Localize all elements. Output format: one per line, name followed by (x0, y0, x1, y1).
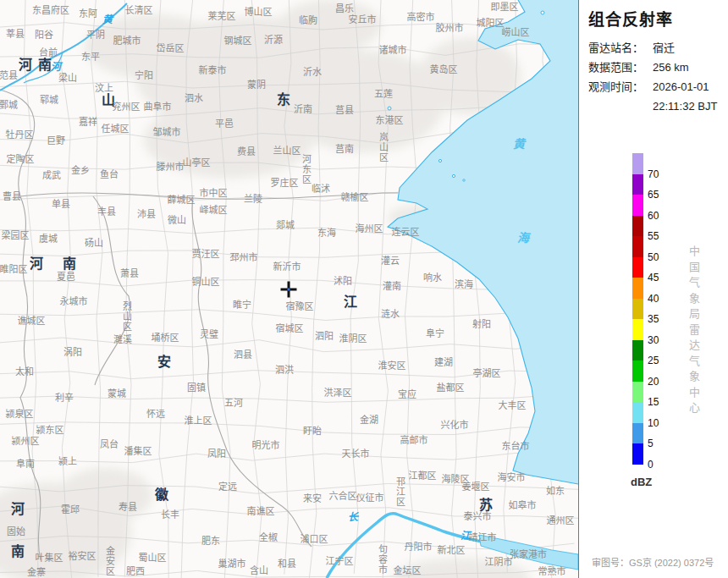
station-name-row: 雷达站名： 宿迁 (588, 38, 728, 58)
colorbar-segment (632, 382, 643, 403)
station-name-label: 雷达站名： (588, 38, 653, 58)
colorbar-value: 65 (648, 190, 659, 200)
colorbar-segment (632, 299, 643, 320)
colorbar-value: 55 (648, 231, 659, 241)
colorbar-value: 50 (648, 252, 659, 262)
reflectivity-colorbar (632, 153, 643, 465)
colorbar-segment (632, 423, 643, 444)
colorbar-value: 30 (648, 335, 659, 345)
colorbar-value: 25 (648, 355, 659, 366)
radar-map-canvas[interactable]: 山东河南河南河南安徽江苏黄河长江黄海烈山区金安区河东区岚山区句容市邗江区东昌府区… (0, 0, 578, 578)
data-range-label: 数据范围： (588, 58, 653, 77)
colorbar-value: 5 (648, 438, 654, 449)
colorbar-segment (632, 340, 643, 361)
colorbar-segment (632, 361, 643, 382)
colorbar-segment (632, 257, 643, 278)
info-panel: 组合反射率 雷达站名： 宿迁 数据范围： 256 km 观测时间： 2026-0… (578, 0, 728, 578)
data-range-row: 数据范围： 256 km (588, 58, 728, 77)
colorbar-value: 0 (648, 460, 654, 470)
colorbar-value: 40 (648, 294, 659, 304)
colorbar-segment (632, 153, 643, 174)
terrain-shading (0, 0, 529, 578)
colorbar-unit: dBZ (631, 476, 652, 488)
radar-info-block: 雷达站名： 宿迁 数据范围： 256 km 观测时间： 2026-01-01 2… (588, 38, 728, 116)
colorbar-value: 70 (648, 169, 659, 179)
product-title: 组合反射率 (588, 7, 728, 30)
colorbar-segment (632, 174, 643, 195)
colorbar-value: 35 (648, 314, 659, 324)
colorbar-segment (632, 216, 643, 237)
colorbar-segment (632, 278, 643, 299)
obs-time-row: 观测时间： 2026-01-01 22:11:32 BJT (588, 77, 728, 116)
obs-time-label: 观测时间： (588, 77, 653, 116)
obs-date: 2026-01-01 (653, 80, 709, 93)
station-name-value: 宿迁 (653, 38, 728, 58)
colorbar-value: 20 (648, 377, 659, 387)
colorbar-value: 10 (648, 418, 659, 428)
map-approval-number: 审图号：GS京 (2022) 0372号 (592, 555, 725, 569)
colorbar-segment (632, 319, 643, 340)
data-range-value: 256 km (653, 58, 728, 77)
colorbar-segment (632, 443, 643, 465)
obs-clock: 22:11:32 BJT (653, 96, 728, 116)
colorbar-segment (632, 402, 643, 423)
obs-time-value: 2026-01-01 22:11:32 BJT (653, 77, 728, 116)
colorbar-segment (632, 195, 643, 216)
colorbar-value: 60 (648, 211, 659, 221)
colorbar-value: 45 (648, 272, 659, 283)
radar-app-window: 山东河南河南河南安徽江苏黄河长江黄海烈山区金安区河东区岚山区句容市邗江区东昌府区… (0, 0, 728, 578)
radar-station-marker (281, 282, 297, 298)
colorbar-value: 15 (648, 397, 659, 407)
cma-watermark: 中国气象局雷达气象中心 (686, 245, 702, 418)
colorbar-segment (632, 236, 643, 257)
